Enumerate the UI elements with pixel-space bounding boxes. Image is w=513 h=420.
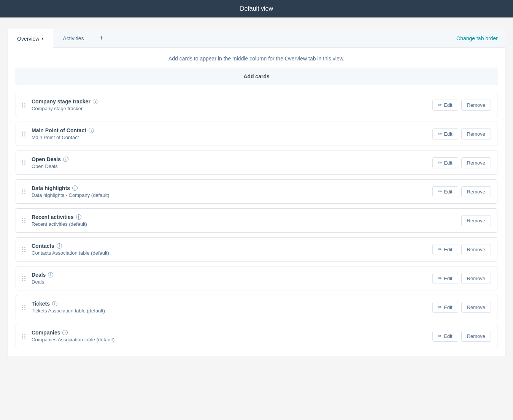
remove-button[interactable]: Remove (461, 157, 491, 168)
change-tab-order-label: Change tab order (456, 35, 498, 41)
card-title: Dealsi (32, 272, 432, 278)
pencil-icon: ✏ (438, 304, 442, 310)
card-item: TicketsiTickets Association table (defau… (16, 295, 497, 319)
info-icon[interactable]: i (48, 272, 53, 277)
edit-button[interactable]: ✏Edit (432, 186, 458, 197)
drag-handle[interactable] (22, 276, 25, 281)
card-subtitle: Contacts Association table (default) (32, 250, 432, 256)
card-item: Main Point of ContactiMain Point of Cont… (16, 122, 497, 146)
page-title: Default view (240, 5, 273, 12)
card-title-text: Contacts (32, 243, 54, 249)
card-subtitle: Companies Association table (default) (32, 337, 432, 342)
card-subtitle: Recent activities (default) (32, 221, 461, 227)
card-actions: Remove (461, 215, 491, 226)
card-list: Company stage trackeriCompany stage trac… (16, 93, 497, 348)
card-title-text: Tickets (32, 301, 50, 307)
card-title: Ticketsi (32, 301, 432, 307)
card-info: CompaniesiCompanies Association table (d… (32, 330, 432, 342)
edit-label: Edit (444, 102, 452, 108)
add-cards-button[interactable]: Add cards (16, 68, 497, 85)
card-subtitle: Main Point of Contact (32, 135, 432, 140)
edit-button[interactable]: ✏Edit (432, 100, 458, 111)
info-icon[interactable]: i (72, 185, 78, 191)
card-subtitle: Data highlights - Company (default) (32, 192, 432, 198)
edit-label: Edit (444, 189, 452, 195)
edit-label: Edit (444, 160, 452, 166)
drag-handle[interactable] (22, 247, 25, 252)
info-icon[interactable]: i (63, 157, 68, 162)
pencil-icon: ✏ (438, 131, 442, 136)
info-icon[interactable]: i (57, 243, 62, 249)
edit-button[interactable]: ✏Edit (432, 302, 458, 313)
card-title: Recent activitiesi (32, 214, 461, 220)
card-item: Company stage trackeriCompany stage trac… (16, 93, 497, 117)
card-title-text: Companies (32, 330, 60, 336)
remove-button[interactable]: Remove (461, 244, 491, 255)
card-actions: ✏EditRemove (432, 331, 491, 342)
info-icon[interactable]: i (93, 99, 98, 104)
card-info: Recent activitiesiRecent activities (def… (32, 214, 461, 227)
edit-button[interactable]: ✏Edit (432, 331, 458, 342)
info-icon[interactable]: i (76, 214, 81, 220)
card-title-text: Recent activities (32, 214, 74, 220)
pencil-icon: ✏ (438, 160, 442, 165)
main-panel: Add cards to appear in the middle column… (8, 48, 505, 356)
drag-handle[interactable] (22, 218, 25, 223)
edit-button[interactable]: ✏Edit (432, 273, 458, 284)
tab-activities[interactable]: Activities (53, 29, 93, 48)
card-info: Data highlightsiData highlights - Compan… (32, 185, 432, 198)
card-actions: ✏EditRemove (432, 302, 491, 313)
remove-button[interactable]: Remove (461, 128, 491, 139)
card-info: Main Point of ContactiMain Point of Cont… (32, 127, 432, 140)
card-info: TicketsiTickets Association table (defau… (32, 301, 432, 314)
remove-button[interactable]: Remove (461, 302, 491, 313)
card-info: ContactsiContacts Association table (def… (32, 243, 432, 256)
card-item: ContactsiContacts Association table (def… (16, 237, 497, 262)
top-bar: Default view (0, 0, 513, 17)
card-info: DealsiDeals (32, 272, 432, 285)
edit-button[interactable]: ✏Edit (432, 157, 458, 168)
tab-add-button[interactable]: + (94, 29, 110, 48)
tab-overview[interactable]: Overview ▾ (8, 29, 53, 48)
remove-button[interactable]: Remove (461, 273, 491, 284)
tab-activities-label: Activities (63, 35, 84, 41)
remove-button[interactable]: Remove (461, 215, 491, 226)
instruction-text: Add cards to appear in the middle column… (16, 55, 497, 62)
card-actions: ✏EditRemove (432, 273, 491, 284)
card-title: Main Point of Contacti (32, 127, 432, 133)
change-tab-order-link[interactable]: Change tab order (449, 29, 505, 48)
dropdown-icon: ▾ (41, 36, 44, 41)
card-title-text: Company stage tracker (32, 98, 91, 105)
card-item: Data highlightsiData highlights - Compan… (16, 179, 497, 204)
drag-handle[interactable] (22, 132, 25, 136)
card-actions: ✏EditRemove (432, 244, 491, 255)
edit-button[interactable]: ✏Edit (432, 244, 458, 255)
card-title: Contactsi (32, 243, 432, 249)
drag-handle[interactable] (22, 160, 25, 165)
tab-overview-label: Overview (17, 36, 39, 42)
info-icon[interactable]: i (52, 301, 57, 306)
remove-button[interactable]: Remove (461, 331, 491, 342)
edit-button[interactable]: ✏Edit (432, 128, 458, 139)
plus-icon: + (100, 34, 104, 42)
info-icon[interactable]: i (62, 330, 68, 335)
card-title: Companiesi (32, 330, 432, 336)
pencil-icon: ✏ (438, 276, 442, 281)
edit-label: Edit (444, 276, 452, 281)
card-item: Recent activitiesiRecent activities (def… (16, 208, 497, 233)
drag-handle[interactable] (22, 189, 25, 194)
info-icon[interactable]: i (89, 128, 94, 133)
drag-handle[interactable] (22, 305, 25, 310)
tabs-bar: Overview ▾ Activities + Change tab order (8, 29, 505, 48)
remove-button[interactable]: Remove (461, 186, 491, 197)
edit-label: Edit (444, 131, 452, 137)
card-subtitle: Deals (32, 279, 432, 285)
remove-button[interactable]: Remove (461, 100, 491, 111)
card-title: Open Dealsi (32, 156, 432, 162)
edit-label: Edit (444, 333, 452, 339)
drag-handle[interactable] (22, 103, 25, 108)
card-subtitle: Company stage tracker (32, 106, 432, 111)
card-item: DealsiDeals✏EditRemove (16, 266, 497, 290)
drag-handle[interactable] (22, 334, 25, 339)
pencil-icon: ✏ (438, 247, 442, 252)
